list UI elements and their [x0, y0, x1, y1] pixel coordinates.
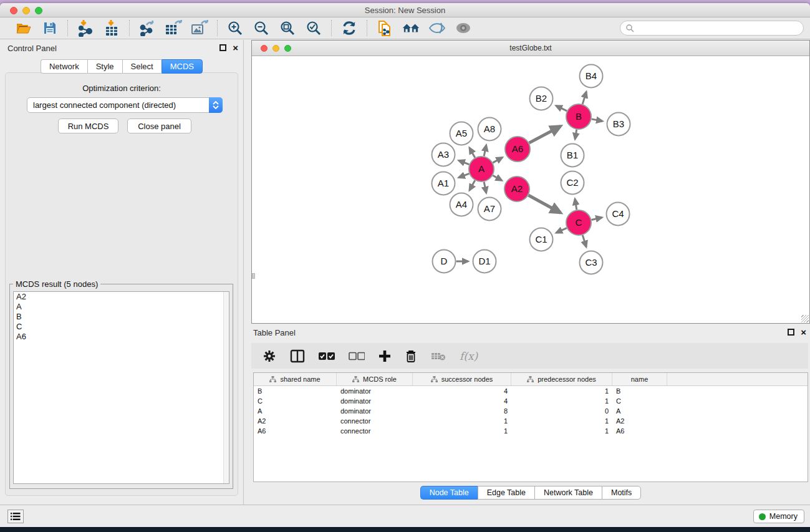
network-window-titlebar[interactable]: testGlobe.txt — [252, 41, 809, 56]
edge-B-B4[interactable] — [582, 92, 586, 104]
cell-shared-name[interactable]: A6 — [254, 427, 337, 435]
tab-network[interactable]: Network — [41, 59, 87, 74]
export-image-icon[interactable] — [191, 19, 208, 37]
cell-MCDS-role[interactable]: connector — [337, 427, 413, 435]
mcds-result-list[interactable]: A2ABCA6 — [13, 291, 229, 484]
table-row[interactable]: A2connector11A2 — [254, 416, 808, 426]
tab-network-table[interactable]: Network Table — [534, 486, 602, 500]
cell-name[interactable]: A2 — [612, 417, 667, 425]
cell-name[interactable]: C — [612, 397, 667, 405]
cell-shared-name[interactable]: C — [254, 397, 337, 405]
cell-name[interactable]: A6 — [612, 427, 667, 435]
cell-successor-nodes[interactable]: 8 — [413, 407, 511, 415]
tab-motifs[interactable]: Motifs — [602, 486, 641, 500]
cell-predecessor-nodes[interactable]: 1 — [511, 417, 612, 425]
search-field[interactable] — [620, 21, 804, 36]
criterion-select[interactable]: largest connected component (directed) — [27, 97, 223, 113]
tab-style[interactable]: Style — [87, 59, 122, 74]
zoom-fit-icon[interactable] — [279, 19, 296, 37]
refresh-layout-icon[interactable] — [340, 19, 358, 37]
select-all-icon[interactable] — [319, 352, 335, 360]
memory-button[interactable]: Memory — [753, 510, 804, 523]
import-table-icon[interactable] — [103, 19, 120, 37]
tab-edge-table[interactable]: Edge Table — [478, 486, 534, 500]
edge-A-A8[interactable] — [484, 145, 486, 157]
edge-A-A1[interactable] — [459, 173, 470, 177]
tab-mcds[interactable]: MCDS — [162, 59, 203, 74]
cell-MCDS-role[interactable]: dominator — [337, 387, 413, 395]
app-titlebar[interactable]: Session: New Session — [0, 3, 810, 17]
table-row[interactable]: Bdominator41B — [254, 386, 808, 396]
cell-MCDS-role[interactable]: dominator — [337, 397, 413, 405]
edge-C-C4[interactable] — [591, 218, 602, 220]
edge-A2-C[interactable] — [528, 195, 561, 213]
export-table-icon[interactable] — [165, 19, 182, 37]
cell-MCDS-role[interactable]: connector — [337, 417, 413, 425]
cell-predecessor-nodes[interactable]: 1 — [511, 397, 612, 405]
result-item[interactable]: C — [14, 322, 229, 332]
zoom-out-icon[interactable] — [253, 19, 270, 37]
column-header-shared-name[interactable]: shared name — [254, 373, 337, 385]
edge-A-A3[interactable] — [459, 160, 470, 164]
column-header-MCDS-role[interactable]: MCDS role — [337, 373, 413, 385]
column-header-name[interactable]: name — [612, 373, 667, 385]
float-table-panel-icon[interactable] — [788, 329, 794, 336]
close-panel-icon[interactable]: × — [233, 44, 238, 51]
result-item[interactable]: A2 — [14, 292, 229, 302]
zoom-selected-icon[interactable] — [305, 19, 322, 37]
result-item[interactable]: A — [14, 302, 229, 312]
float-panel-icon[interactable] — [219, 44, 226, 51]
home-icon[interactable] — [402, 19, 420, 37]
edge-A-A2[interactable] — [493, 175, 501, 180]
edge-A-A6[interactable] — [493, 157, 502, 162]
save-session-icon[interactable] — [41, 19, 59, 37]
hide-glasses-icon[interactable] — [428, 19, 446, 37]
zoom-in-icon[interactable] — [226, 19, 244, 37]
edge-C-C3[interactable] — [582, 235, 586, 247]
run-mcds-button[interactable]: Run MCDS — [58, 118, 118, 133]
result-item[interactable]: B — [14, 312, 229, 322]
delete-icon[interactable] — [405, 349, 417, 363]
cell-shared-name[interactable]: A2 — [254, 417, 337, 425]
cell-name[interactable]: B — [612, 387, 667, 395]
delete-table-icon[interactable] — [431, 351, 446, 361]
open-session-icon[interactable] — [15, 19, 32, 37]
tab-select[interactable]: Select — [122, 59, 162, 74]
cell-successor-nodes[interactable]: 4 — [413, 387, 511, 395]
cell-MCDS-role[interactable]: dominator — [337, 407, 413, 415]
close-table-panel-icon[interactable]: × — [801, 329, 806, 336]
table-row[interactable]: Adominator80A — [254, 406, 808, 416]
result-item[interactable]: A6 — [14, 332, 229, 342]
pane-resize-handle[interactable] — [252, 273, 255, 279]
cell-predecessor-nodes[interactable]: 1 — [511, 387, 612, 395]
cell-shared-name[interactable]: A — [254, 407, 337, 415]
export-network-icon[interactable] — [138, 19, 156, 37]
search-input[interactable] — [634, 22, 803, 34]
edge-B-B3[interactable] — [592, 119, 603, 121]
scrollbar-track[interactable] — [223, 292, 229, 483]
cell-shared-name[interactable]: B — [254, 387, 337, 395]
cell-name[interactable]: A — [612, 407, 667, 415]
edge-C-C2[interactable] — [575, 199, 577, 210]
edge-B-B1[interactable] — [575, 130, 576, 139]
edge-A-A7[interactable] — [484, 182, 486, 193]
add-column-icon[interactable] — [378, 350, 391, 362]
deselect-all-icon[interactable] — [349, 352, 365, 360]
edge-B-B2[interactable] — [556, 105, 567, 110]
gear-icon[interactable] — [263, 349, 276, 363]
cell-successor-nodes[interactable]: 1 — [413, 417, 511, 425]
show-eye-icon[interactable] — [455, 19, 472, 37]
cell-successor-nodes[interactable]: 1 — [413, 427, 511, 435]
close-panel-button[interactable]: Close panel — [127, 118, 191, 133]
cell-predecessor-nodes[interactable]: 0 — [511, 407, 612, 415]
column-header-predecessor-nodes[interactable]: predecessor nodes — [511, 373, 612, 385]
cell-predecessor-nodes[interactable]: 1 — [511, 427, 612, 435]
cell-successor-nodes[interactable]: 4 — [413, 397, 511, 405]
edge-A6-B[interactable] — [529, 126, 561, 143]
edge-A-A5[interactable] — [470, 148, 475, 158]
network-canvas[interactable]: B4B2BB3B1A5A8A6A3AA1A2A4A7C2CC4C1C3DD1 — [252, 56, 809, 323]
table-row[interactable]: A6connector11A6 — [254, 426, 808, 436]
edge-A-A4[interactable] — [470, 180, 475, 190]
table-row[interactable]: Cdominator41C — [254, 396, 808, 406]
split-columns-icon[interactable] — [290, 349, 305, 363]
